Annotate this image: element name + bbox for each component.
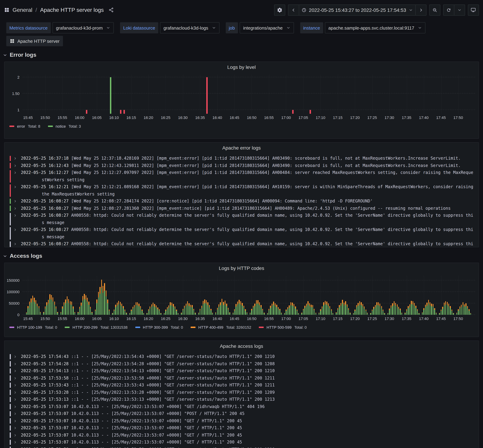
panel-apache-error-logs: Apache error logs 2022-05-25 16:37:18 [W…	[4, 142, 479, 247]
chart-bar-http	[447, 302, 448, 315]
chart-bar-http	[177, 313, 178, 315]
dashboard-settings-button[interactable]	[274, 4, 285, 16]
chart-bar-http	[201, 306, 202, 315]
variable-value-dropdown[interactable]: grafanacloud-k3d-logs	[160, 22, 219, 33]
panel-title-apache-access-logs[interactable]: Apache access logs	[5, 341, 478, 351]
zoom-out-button[interactable]	[429, 4, 440, 16]
log-row[interactable]: 2022-05-25 16:08:27 AH00558: httpd: Coul…	[10, 240, 474, 247]
variable-value-dropdown[interactable]: grafanacloud-k3d-prom	[53, 22, 114, 33]
panel-title-apache-error-logs[interactable]: Apache error logs	[5, 143, 478, 153]
legend-series-name: HTTP 400-499	[198, 325, 223, 329]
log-row[interactable]: 2022-05-25 16:08:27 [Wed May 25 12:08:27…	[10, 198, 474, 205]
log-row[interactable]: 2022-05-25 16:12:27 [Wed May 25 12:12:27…	[10, 169, 474, 183]
share-button[interactable]	[109, 7, 114, 13]
log-row[interactable]: 2022-05-25 17:53:07 10.42.0.113 - - [25/…	[10, 439, 474, 446]
log-row[interactable]: 2022-05-25 17:53:58 ::1 - - [25/May/2022…	[10, 375, 474, 382]
log-timestamp: 2022-05-25 16:08:27	[21, 241, 69, 246]
legend-item-http-200-299[interactable]: HTTP 200-299Total: 13031538	[65, 325, 128, 329]
panel-title-logs-by-http-codes[interactable]: Logs by HTTP codes	[5, 263, 478, 273]
panel-title-text: Logs by level	[227, 64, 256, 70]
x-tick-label: 17:15	[333, 115, 342, 120]
chart-bar-http	[185, 304, 186, 315]
chart-bar-http	[412, 301, 413, 315]
chart-bar-http	[370, 313, 371, 315]
gridline	[441, 75, 441, 114]
log-level-bar	[10, 213, 11, 225]
legend-item-error[interactable]: errorTotal: 8	[9, 124, 40, 128]
chart-bar-http	[395, 303, 396, 315]
x-tick-label: 16:45	[230, 115, 239, 120]
log-line: 2022-05-25 16:08:27 AH00558: httpd: Coul…	[21, 226, 474, 240]
legend-series-name: error	[17, 124, 25, 128]
log-row[interactable]: 2022-05-25 16:08:27 [Wed May 25 12:08:27…	[10, 205, 474, 212]
chart-bar-http	[182, 309, 183, 315]
log-row[interactable]: 2022-05-25 16:08:27 AH00558: httpd: Coul…	[10, 212, 474, 226]
chart-bar-http	[254, 304, 255, 315]
legend-item-http-100-199[interactable]: HTTP 100-199Total: 0	[9, 325, 57, 329]
section-error-logs[interactable]: Error logs	[3, 50, 481, 59]
x-tick-label: 16:40	[213, 317, 222, 321]
chart-bar-http	[67, 296, 67, 315]
chart-bar-http	[45, 307, 46, 315]
x-tick-label: 16:55	[264, 317, 274, 321]
chart-bar-http	[464, 304, 465, 315]
log-timestamp: 2022-05-25 17:53:07	[21, 418, 69, 423]
legend-item-notice[interactable]: noticeTotal: 3	[48, 124, 81, 128]
x-tick-label: 17:35	[402, 317, 411, 321]
legend-color-icon	[191, 327, 195, 328]
time-range-picker[interactable]: 2022-05-25 15:43:27 to 2022-05-25 17:54:…	[299, 4, 416, 16]
time-range-forward-button[interactable]	[415, 4, 426, 16]
log-row[interactable]: 2022-05-25 17:52:58 ::1 - - [25/May/2022…	[10, 446, 474, 448]
chart-bar-http	[390, 305, 391, 315]
log-row[interactable]: 2022-05-25 16:37:18 [Wed May 25 12:37:18…	[10, 155, 474, 162]
refresh-interval-button[interactable]	[454, 4, 465, 16]
legend-item-http-300-399[interactable]: HTTP 300-399Total: 0	[135, 325, 183, 329]
variable-value-dropdown[interactable]: integrations/apache	[240, 22, 294, 33]
log-row[interactable]: 2022-05-25 17:53:07 10.42.0.113 - - [25/…	[10, 403, 474, 410]
legend-item-http-400-499[interactable]: HTTP 400-499Total: 3260152	[191, 325, 251, 329]
chart-bar-http	[405, 313, 406, 315]
log-row[interactable]: 2022-05-25 17:54:28 ::1 - - [25/May/2022…	[10, 360, 474, 367]
log-row[interactable]: 2022-05-25 17:54:13 ::1 - - [25/May/2022…	[10, 367, 474, 375]
log-level-bar	[10, 170, 11, 183]
chart-bar-http	[208, 302, 208, 315]
log-row[interactable]: 2022-05-25 17:53:13 ::1 - - [25/May/2022…	[10, 396, 474, 403]
x-tick-label: 16:25	[161, 115, 170, 120]
x-tick-label: 15:45	[23, 115, 33, 120]
chart-bar-http	[209, 305, 210, 315]
log-row[interactable]: 2022-05-25 17:53:28 ::1 - - [25/May/2022…	[10, 389, 474, 396]
chart-bar-http	[259, 302, 260, 315]
log-row[interactable]: 2022-05-25 17:53:43 ::1 - - [25/May/2022…	[10, 382, 474, 389]
log-row[interactable]: 2022-05-25 17:53:07 10.42.0.113 - - [25/…	[10, 424, 474, 432]
log-level-bar	[10, 163, 11, 168]
chart-bar-http	[319, 313, 320, 315]
legend-item-http-500-599[interactable]: HTTP 500-599Total: 0	[259, 325, 307, 329]
log-row[interactable]: 2022-05-25 16:12:43 [Wed May 25 12:12:43…	[10, 162, 474, 169]
chart-bar-http	[176, 310, 177, 315]
legend-series-name: HTTP 100-199	[17, 325, 42, 329]
refresh-controls	[443, 4, 465, 16]
section-access-logs[interactable]: Access logs	[3, 251, 481, 261]
chart-bar-http	[322, 307, 323, 315]
log-row[interactable]: 2022-05-25 16:08:27 AH00558: httpd: Coul…	[10, 226, 474, 240]
breadcrumb-folder[interactable]: General	[13, 7, 32, 13]
panel-title-logs-by-level[interactable]: Logs by level	[5, 62, 478, 72]
log-row[interactable]: 2022-05-25 17:54:43 ::1 - - [25/May/2022…	[10, 353, 474, 360]
chart-bar-http	[89, 302, 89, 315]
log-row[interactable]: 2022-05-25 17:53:07 10.42.0.113 - - [25/…	[10, 432, 474, 439]
chart-bar-http	[286, 310, 287, 315]
chart-bar-http	[364, 307, 365, 315]
time-range-back-button[interactable]	[288, 4, 299, 16]
log-row[interactable]: 2022-05-25 17:53:07 10.42.0.113 - - [25/…	[10, 410, 474, 417]
kiosk-mode-button[interactable]	[468, 4, 479, 16]
log-row[interactable]: 2022-05-25 17:53:07 10.42.0.113 - - [25/…	[10, 417, 474, 424]
chart-bar-http	[43, 312, 44, 315]
dashboard-link-apache-http-server[interactable]: Apache HTTP server	[6, 36, 63, 46]
variable-value-dropdown[interactable]: apache.sample-apps.svc.cluster.local:911…	[325, 22, 426, 33]
refresh-button[interactable]	[443, 4, 454, 16]
refresh-icon	[446, 8, 451, 12]
chart-bar-http	[450, 306, 451, 315]
log-level-bar	[10, 206, 11, 211]
log-row[interactable]: 2022-05-25 16:12:21 [Wed May 25 12:12:21…	[10, 183, 474, 198]
clock-icon	[302, 8, 306, 12]
